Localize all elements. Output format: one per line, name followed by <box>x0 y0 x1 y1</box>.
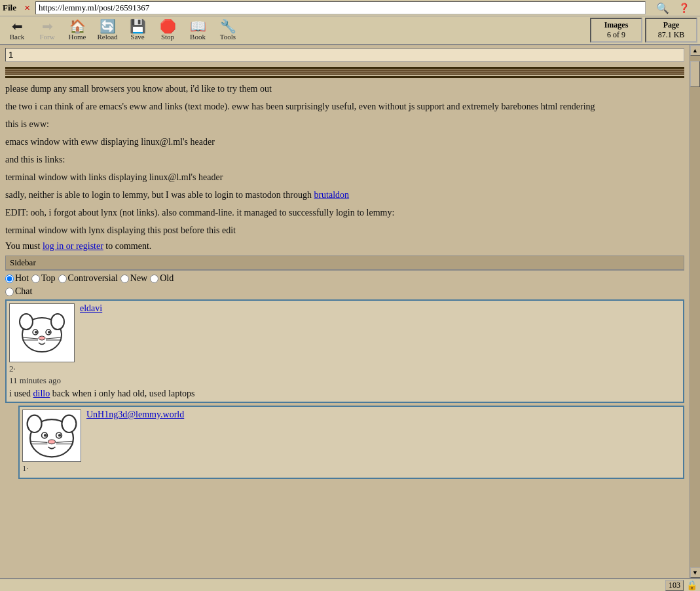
stop-button[interactable]: 🛑 Stop <box>153 18 182 42</box>
sidebar-label: Sidebar <box>6 256 684 270</box>
search-icon[interactable]: 🔍 <box>656 2 669 14</box>
svg-point-19 <box>48 440 56 444</box>
svg-point-17 <box>44 434 46 436</box>
avatar-2 <box>22 410 81 462</box>
top-input[interactable] <box>5 48 684 62</box>
brutaldon-link[interactable]: brutaldon <box>314 190 349 200</box>
comment-2-score: 1· <box>22 463 680 474</box>
reload-button[interactable]: 🔄 Reload <box>93 18 122 42</box>
paragraph-9: terminal window with lynx displaying thi… <box>5 223 684 237</box>
login-text: You must log in or register to comment. <box>5 241 684 252</box>
paragraph-3: this is eww: <box>5 117 684 131</box>
file-menu[interactable]: File <box>3 3 16 13</box>
page-info: Page 87.1 KB <box>645 18 697 43</box>
comment-1-text: i used dillo back when i only had old, u… <box>9 389 680 399</box>
sort-options-row: Hot Top Controversial New Old <box>5 273 684 284</box>
dillo-link[interactable]: dillo <box>33 389 50 398</box>
paragraph-5: and this is links: <box>5 153 684 166</box>
menu-bar: File ✕ https://lemmy.ml/post/26591367 🔍 … <box>0 0 700 16</box>
sort-chat-row: Chat <box>5 286 684 297</box>
svg-point-2 <box>51 314 64 330</box>
svg-point-1 <box>20 314 33 330</box>
comment-1-score: 2· <box>9 364 680 374</box>
stop-icon: 🛑 <box>160 20 176 33</box>
scrollbar-track[interactable] <box>690 56 700 567</box>
sort-top[interactable]: Top <box>31 273 56 284</box>
scrollbar-thumb[interactable] <box>690 61 700 87</box>
divider-group <box>5 67 684 78</box>
comment-1-time: 11 minutes ago <box>9 375 680 386</box>
lock-icon: 🔒 <box>686 580 697 591</box>
book-icon: 📖 <box>190 20 206 33</box>
svg-point-6 <box>48 331 50 334</box>
book-button[interactable]: 📖 Book <box>183 18 212 42</box>
svg-point-5 <box>35 331 37 334</box>
content-area: please dump any small browsers you know … <box>0 45 690 578</box>
status-bar: 103 🔒 <box>0 578 700 591</box>
paragraph-6: terminal window with links displaying li… <box>5 170 684 184</box>
sort-hot[interactable]: Hot <box>5 273 29 284</box>
forward-icon: ➡ <box>42 20 53 33</box>
sort-controversial[interactable]: Controversial <box>58 273 118 284</box>
forward-button[interactable]: ➡ Forw <box>33 18 62 42</box>
tools-icon: 🔧 <box>220 20 236 33</box>
svg-point-13 <box>28 415 42 432</box>
sort-new[interactable]: New <box>120 273 147 284</box>
scrollbar[interactable]: ▲ ▼ <box>690 45 700 578</box>
svg-point-18 <box>58 434 61 436</box>
images-info: Images 6 of 9 <box>590 18 642 43</box>
back-icon: ⬅ <box>12 20 23 33</box>
toolbar: ⬅ Back ➡ Forw 🏠 Home 🔄 Reload 💾 Save 🛑 S… <box>0 16 700 45</box>
status-right: 103 🔒 <box>665 580 697 591</box>
save-icon: 💾 <box>130 20 146 33</box>
comment-1: eldavi 2· 11 minutes ago i used dillo ba… <box>5 299 684 403</box>
url-display[interactable]: https://lemmy.ml/post/26591367 <box>35 1 646 14</box>
avatar-1 <box>9 303 75 362</box>
paragraph-4: emacs window with eww displaying linux@l… <box>5 135 684 149</box>
home-button[interactable]: 🏠 Home <box>63 18 92 42</box>
sort-old[interactable]: Old <box>150 273 174 284</box>
svg-point-14 <box>62 415 76 432</box>
paragraph-1: please dump any small browsers you know … <box>5 82 684 96</box>
sidebar-box: Sidebar <box>5 256 684 271</box>
save-button[interactable]: 💾 Save <box>123 18 152 42</box>
status-count: 103 <box>665 580 684 591</box>
username-1[interactable]: eldavi <box>80 303 102 313</box>
reload-icon: 🔄 <box>100 20 116 33</box>
help-icon[interactable]: ❓ <box>678 3 690 14</box>
paragraph-7: sadly, neither is able to login to lemmy… <box>5 188 684 202</box>
close-icon[interactable]: ✕ <box>24 4 30 12</box>
scroll-up-button[interactable]: ▲ <box>690 45 701 56</box>
home-icon: 🏠 <box>69 20 86 33</box>
sort-chat[interactable]: Chat <box>5 286 32 297</box>
comment-2: UnH1ng3d@lemmy.world 1· <box>18 406 684 479</box>
paragraph-8: EDIT: ooh, i forgot about lynx (not link… <box>5 206 684 219</box>
paragraph-2: the two i can think of are emacs's eww a… <box>5 100 684 113</box>
back-button[interactable]: ⬅ Back <box>3 18 31 42</box>
main-area: please dump any small browsers you know … <box>0 45 700 578</box>
scroll-down-button[interactable]: ▼ <box>690 567 701 578</box>
login-link[interactable]: log in or register <box>43 241 103 251</box>
tools-button[interactable]: 🔧 Tools <box>213 18 242 42</box>
username-2[interactable]: UnH1ng3d@lemmy.world <box>86 410 184 419</box>
svg-point-7 <box>39 336 45 340</box>
